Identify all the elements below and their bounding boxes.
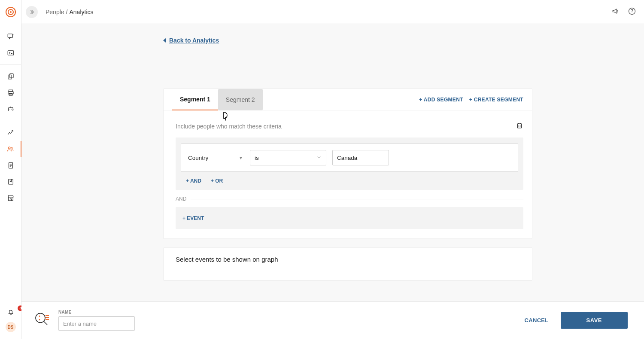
header: People / Analytics	[21, 0, 644, 24]
caret-down-icon: ▼	[239, 156, 243, 160]
collapse-sidebar-button[interactable]	[26, 6, 38, 18]
sidebar-icon-doc[interactable]	[0, 157, 21, 174]
and-divider: AND	[176, 196, 523, 202]
svg-point-22	[36, 313, 45, 323]
rule-row: Country ▼ is	[181, 144, 518, 172]
cancel-button[interactable]: CANCEL	[525, 317, 549, 324]
events-panel: Select events to be shown on graph	[163, 247, 532, 281]
tab-segment-2[interactable]: Segment 2	[218, 89, 263, 110]
svg-point-4	[12, 34, 13, 35]
event-block: + EVENT	[176, 207, 523, 229]
add-event-button[interactable]: + EVENT	[181, 215, 204, 221]
bottom-bar: NAME CANCEL SAVE	[21, 301, 644, 339]
svg-rect-3	[8, 34, 12, 37]
svg-point-12	[9, 109, 10, 110]
avatar[interactable]: DS	[6, 322, 16, 332]
svg-point-13	[11, 109, 12, 110]
field-select-label: Country	[188, 155, 208, 161]
breadcrumb: People / Analytics	[46, 9, 94, 15]
announce-icon[interactable]	[611, 7, 620, 17]
sidebar-icon-bot[interactable]	[0, 101, 21, 117]
svg-rect-21	[518, 124, 522, 128]
and-divider-label: AND	[176, 196, 186, 202]
delete-criteria-button[interactable]	[516, 122, 523, 131]
sidebar-icon-store[interactable]	[0, 190, 21, 206]
name-label: NAME	[58, 310, 135, 315]
svg-rect-10	[9, 94, 12, 96]
operator-select-label: is	[255, 155, 259, 161]
tab-label: Segment 2	[226, 96, 255, 103]
add-or-button[interactable]: + OR	[211, 178, 223, 184]
sidebar-icon-comment[interactable]	[0, 28, 21, 45]
back-caret-icon	[163, 38, 166, 43]
tab-label: Segment 1	[180, 96, 210, 103]
name-input[interactable]	[58, 316, 135, 331]
app-logo[interactable]	[5, 6, 17, 18]
svg-point-24	[39, 319, 40, 321]
sidebar-icon-people[interactable]	[0, 141, 21, 157]
sidebar-icon-bookmark[interactable]	[0, 174, 21, 190]
content-area: Back to Analytics Segment 1 Segment 2 + …	[21, 24, 644, 339]
criteria-include-label: Include people who match these criteria	[176, 123, 282, 130]
sidebar-icon-print[interactable]	[0, 85, 21, 101]
svg-rect-17	[8, 179, 13, 184]
criteria-block: Country ▼ is	[176, 137, 523, 190]
back-link-label: Back to Analytics	[169, 37, 219, 44]
svg-point-15	[11, 147, 12, 149]
notifications-bell[interactable]: 88	[0, 308, 21, 316]
svg-rect-5	[8, 51, 14, 55]
sidebar-icon-copy[interactable]	[0, 68, 21, 85]
segment-list-icon	[33, 311, 51, 330]
back-link[interactable]: Back to Analytics	[163, 37, 219, 44]
field-select[interactable]: Country ▼	[188, 152, 244, 163]
breadcrumb-current: Analytics	[69, 9, 93, 15]
add-and-button[interactable]: + AND	[186, 178, 201, 184]
save-button[interactable]: SAVE	[561, 312, 628, 329]
value-input[interactable]	[332, 150, 389, 165]
operator-select[interactable]: is	[250, 150, 326, 165]
svg-point-14	[8, 147, 10, 149]
svg-point-2	[10, 11, 12, 13]
create-segment-button[interactable]: + CREATE SEGMENT	[469, 97, 523, 103]
svg-point-20	[632, 13, 632, 13]
svg-rect-11	[8, 107, 13, 111]
tab-segment-1[interactable]: Segment 1	[172, 89, 218, 110]
segment-panel: Segment 1 Segment 2 + ADD SEGMENT + CREA…	[163, 89, 532, 239]
sidebar-icon-terminal[interactable]	[0, 45, 21, 61]
sidebar: 88 DS	[0, 0, 21, 339]
help-icon[interactable]	[628, 7, 636, 17]
svg-point-23	[39, 316, 40, 317]
events-panel-title: Select events to be shown on graph	[176, 256, 520, 263]
sidebar-icon-analytics[interactable]	[0, 125, 21, 141]
breadcrumb-separator: /	[66, 9, 68, 15]
add-segment-button[interactable]: + ADD SEGMENT	[419, 97, 463, 103]
breadcrumb-parent[interactable]: People	[46, 9, 64, 15]
chevron-down-icon	[316, 155, 322, 161]
